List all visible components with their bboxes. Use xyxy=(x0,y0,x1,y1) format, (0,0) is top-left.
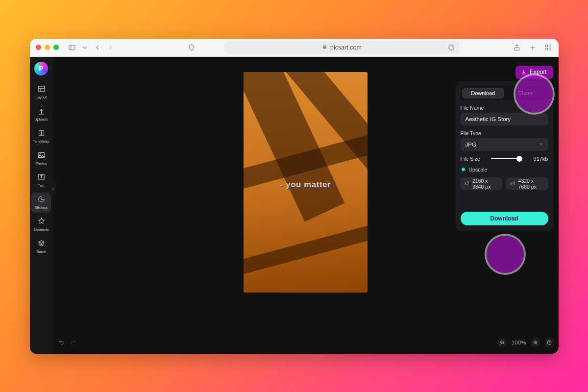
chevron-down-icon xyxy=(539,142,543,147)
help-button[interactable] xyxy=(545,338,554,347)
zoom-in-button[interactable] xyxy=(531,338,540,347)
sidebar-item-label: Stickers xyxy=(35,205,48,210)
sidebar-item-label: Elements xyxy=(33,227,49,232)
download-button[interactable]: Download xyxy=(461,212,548,225)
sidebar-item-layout[interactable]: Layout xyxy=(31,82,51,102)
nav-forward-button[interactable] xyxy=(106,43,115,52)
app-area: P Layout Uploads Templates Photos Text xyxy=(30,57,559,354)
svg-rect-1 xyxy=(323,46,326,49)
sidebar-item-label: Batch xyxy=(36,249,46,254)
upscale-dimensions: 2160 x 3840 px xyxy=(472,178,498,190)
maximize-window-button[interactable] xyxy=(53,45,59,50)
file-name-input[interactable]: Aesthetic IG Story xyxy=(461,113,548,125)
upscale-indicator-icon xyxy=(461,167,466,172)
file-name-value: Aesthetic IG Story xyxy=(466,116,511,122)
file-size-row: File Size 917kb xyxy=(461,156,548,162)
templates-icon xyxy=(37,129,46,138)
sidebar-item-templates[interactable]: Templates xyxy=(31,126,51,147)
tab-overview-icon[interactable] xyxy=(544,43,553,52)
svg-rect-3 xyxy=(545,45,547,47)
sidebar-item-batch[interactable]: Batch xyxy=(31,237,51,257)
upload-icon xyxy=(37,107,46,116)
privacy-shield-icon[interactable] xyxy=(187,43,196,52)
file-size-label: File Size xyxy=(461,156,484,162)
file-name-label: File Name xyxy=(461,105,548,111)
minimize-window-button[interactable] xyxy=(45,45,50,50)
bottom-bar: 100% xyxy=(58,336,554,349)
upscale-label: Upscale xyxy=(469,167,488,172)
sidebar-item-elements[interactable]: Elements xyxy=(31,215,51,235)
photos-icon xyxy=(37,151,46,160)
lock-icon xyxy=(322,44,327,51)
redo-button[interactable] xyxy=(70,339,76,346)
file-type-select[interactable]: JPG xyxy=(461,138,548,151)
sidebar-item-label: Text xyxy=(38,183,45,188)
export-tabs: Download Share xyxy=(461,86,548,100)
zoom-out-button[interactable] xyxy=(498,338,507,347)
sidebar-item-photos[interactable]: Photos xyxy=(31,148,51,169)
sidebar-item-stickers[interactable]: Stickers xyxy=(31,193,51,213)
svg-rect-0 xyxy=(69,45,75,49)
file-type-value: JPG xyxy=(466,142,476,147)
toolbar-dropdown-icon[interactable] xyxy=(80,43,89,52)
nav-back-button[interactable] xyxy=(93,43,102,52)
file-type-label: File Type xyxy=(461,130,548,136)
refresh-icon[interactable] xyxy=(447,43,456,52)
file-size-value: 917kb xyxy=(529,156,548,162)
download-button-label: Download xyxy=(490,215,518,222)
undo-button[interactable] xyxy=(58,339,65,346)
svg-rect-6 xyxy=(549,48,551,50)
svg-rect-4 xyxy=(549,45,551,47)
browser-toolbar: picsart.com xyxy=(30,39,559,57)
layout-icon xyxy=(37,85,46,94)
window-controls xyxy=(36,45,59,50)
upscale-dimensions: 4320 x 7680 px xyxy=(518,178,544,190)
elements-icon xyxy=(37,217,46,226)
sidebar-item-text[interactable]: Text xyxy=(31,171,51,191)
upscale-option-x4[interactable]: x4 4320 x 7680 px xyxy=(506,177,548,190)
upscale-multiplier: x4 xyxy=(510,181,515,186)
upscale-toggle[interactable]: Upscale xyxy=(461,167,548,172)
batch-icon xyxy=(37,239,46,248)
address-text: picsart.com xyxy=(330,44,362,51)
upscale-option-x2[interactable]: x2 2160 x 3840 px xyxy=(461,177,503,190)
new-tab-icon[interactable] xyxy=(528,43,537,52)
upscale-multiplier: x2 xyxy=(465,181,470,186)
sidebar-item-label: Uploads xyxy=(34,117,48,122)
export-button[interactable]: Export xyxy=(515,66,553,79)
canvas-overlay-text[interactable]: - you matter xyxy=(244,180,368,190)
upscale-options: x2 2160 x 3840 px x4 4320 x 7680 px xyxy=(461,177,548,190)
zoom-value: 100% xyxy=(512,340,526,345)
file-size-slider[interactable] xyxy=(491,158,522,159)
sidebar-item-label: Photos xyxy=(35,161,47,166)
export-panel: Download Share File Name Aesthetic IG St… xyxy=(456,81,553,231)
story-canvas[interactable]: - you matter xyxy=(244,72,368,293)
share-icon[interactable] xyxy=(513,43,521,52)
svg-rect-5 xyxy=(545,48,547,50)
text-icon xyxy=(37,173,46,182)
export-button-label: Export xyxy=(530,69,547,75)
sidebar-item-label: Layout xyxy=(36,95,47,99)
tab-download[interactable]: Download xyxy=(462,88,505,98)
address-bar[interactable]: picsart.com xyxy=(224,41,460,54)
download-icon xyxy=(521,69,527,75)
close-window-button[interactable] xyxy=(36,45,41,50)
svg-rect-7 xyxy=(38,86,45,92)
sidebar-item-uploads[interactable]: Uploads xyxy=(31,104,51,124)
sidebar-item-label: Templates xyxy=(33,139,49,144)
browser-window: picsart.com P Layout xyxy=(30,39,559,354)
left-sidebar: P Layout Uploads Templates Photos Text xyxy=(30,57,53,354)
app-logo[interactable]: P xyxy=(34,62,48,75)
tab-share[interactable]: Share xyxy=(504,88,547,98)
sidebar-toggle-icon[interactable] xyxy=(68,43,76,52)
stickers-icon xyxy=(37,195,46,204)
